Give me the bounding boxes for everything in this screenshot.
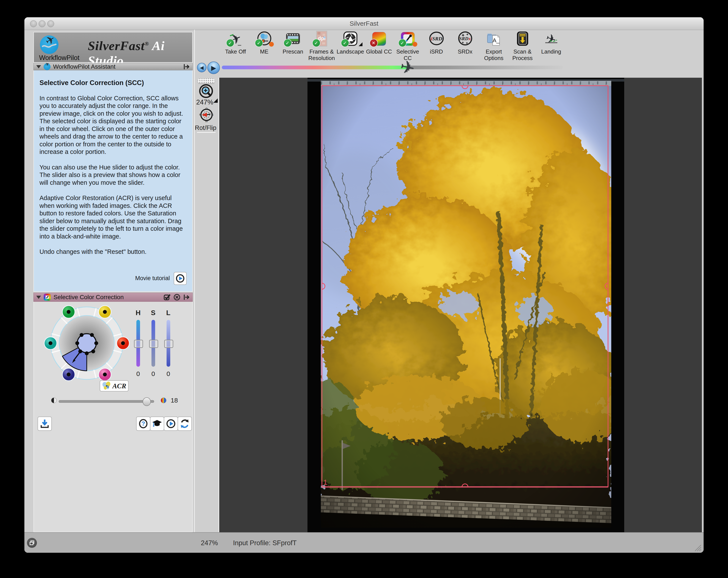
toolbar-item-srdx[interactable]: SRDx SRDx <box>451 30 479 61</box>
workflow-forward-button[interactable]: ▶ <box>207 61 220 74</box>
status-bar: 247% Input Profile: SFprofT <box>24 532 704 553</box>
rotate-flip-compass-icon[interactable]: O S W N <box>198 107 215 123</box>
status-check-badge: ✓ <box>255 39 263 47</box>
wheel-knob-teal[interactable] <box>44 337 57 349</box>
detach-panel-icon[interactable] <box>183 294 190 301</box>
movie-tutorial-play-button[interactable] <box>174 272 187 285</box>
toolbar-item-export-options[interactable]: A_ Export Options <box>479 30 508 61</box>
graduation-cap-icon <box>152 419 162 429</box>
color-wheel[interactable] <box>44 300 130 386</box>
toolbar-item-isrd[interactable]: iSRD iSRD <box>422 30 451 61</box>
tutorial-button[interactable] <box>150 417 164 431</box>
workflowpilot-label: WorkflowPilot <box>39 54 79 62</box>
scanned-film-preview[interactable]: 1 <box>308 78 624 532</box>
luminance-slider-handle[interactable] <box>164 340 173 348</box>
workflow-back-button[interactable]: ◀ <box>197 63 207 72</box>
assistant-panel-title: WorkflowPilot Assistant <box>53 63 180 70</box>
play-icon <box>166 419 176 429</box>
preview-area[interactable]: 1 <box>219 78 702 532</box>
status-check-badge: ✓ <box>226 39 234 47</box>
acr-saturation-row: 18 <box>34 396 192 406</box>
color-icon <box>161 398 166 403</box>
detach-panel-icon[interactable] <box>183 63 190 70</box>
photo-autumn-tree <box>308 86 624 528</box>
luminance-slider[interactable]: L 0 <box>159 309 178 377</box>
assistant-heading: Selective Color Correction (SCC) <box>40 79 187 87</box>
toolbar-item-global-cc[interactable]: ✕ Global CC <box>365 30 393 61</box>
status-check-badge: ✓ <box>284 39 292 47</box>
frames-stack-icon[interactable] <box>27 538 37 548</box>
workflowpilot-logo-icon: ✈ <box>40 35 58 54</box>
grayscale-icon <box>51 398 57 403</box>
svg-text:S: S <box>212 113 214 116</box>
acr-saturation-handle[interactable] <box>142 397 151 406</box>
wheel-knob-yellow[interactable] <box>99 306 111 318</box>
wheel-knob-magenta[interactable] <box>99 368 111 381</box>
acr-button[interactable]: ACR <box>100 380 129 392</box>
saturation-slider-handle[interactable] <box>149 340 158 348</box>
play-icon <box>176 274 185 283</box>
rotflip-label[interactable]: Rot/Flip <box>195 124 216 131</box>
toolbar-item-me[interactable]: ✓ ME <box>250 30 279 61</box>
assistant-panel-header[interactable]: ✈ WorkflowPilot Assistant <box>33 63 193 70</box>
assistant-paragraph: You can also use the Hue slider to adjus… <box>40 164 187 187</box>
brand-panel: ✈ SilverFast® Ai Studio WorkflowPilot <box>33 32 193 62</box>
wheel-knob-red[interactable] <box>117 337 129 349</box>
strip-divider <box>197 132 215 133</box>
export-folder-icon: A_ <box>485 30 502 48</box>
movie-button[interactable] <box>164 417 178 431</box>
zoom-level-label[interactable]: 247% <box>195 98 215 106</box>
wheel-knob-indigo[interactable] <box>62 368 75 381</box>
svg-text:A_: A_ <box>493 37 499 44</box>
svg-text:iSRD: iSRD <box>431 36 442 42</box>
workflow-toolbar: ✈ ✓ Take Off ✓ ME <box>221 30 566 61</box>
hue-slider-handle[interactable] <box>134 340 143 348</box>
toolbar-item-landscape[interactable]: ✓ Landscape <box>336 30 365 61</box>
status-input-profile: Input Profile: SFprofT <box>233 533 297 553</box>
toolbar-item-takeoff[interactable]: ✈ ✓ Take Off <box>221 30 250 61</box>
acr-saturation-value: 18 <box>171 397 178 404</box>
workflowpilot-mini-icon: ✈ <box>44 63 51 70</box>
luminance-value: 0 <box>159 370 178 377</box>
toolbar-item-landing[interactable]: ✈ Landing <box>537 30 566 61</box>
wheel-knob-green[interactable] <box>62 306 75 318</box>
import-down-icon <box>40 419 49 429</box>
zoom-tool-icon[interactable] <box>199 84 214 99</box>
collapse-triangle-icon[interactable] <box>36 65 41 69</box>
isrd-icon: iSRD <box>428 30 445 48</box>
status-check-badge: ✓ <box>398 39 407 47</box>
cancel-circle-icon[interactable] <box>174 294 180 301</box>
scc-panel-body: H 0 S 0 L 0 ACR <box>33 302 193 532</box>
window-title: SilverFast <box>24 17 704 30</box>
reset-button[interactable] <box>178 417 192 431</box>
collapse-triangle-icon[interactable] <box>36 296 41 299</box>
assistant-panel-body: Selective Color Correction (SCC) In cont… <box>33 70 193 292</box>
resize-grip[interactable] <box>693 543 702 552</box>
svg-text:SRDx: SRDx <box>459 36 471 41</box>
scc-panel-title: Selective Color Correction <box>53 294 161 301</box>
status-check-badge: ✓ <box>312 39 320 47</box>
status-zoom-level: 247% <box>188 533 218 553</box>
toolbar-item-prescan[interactable]: ✓ Prescan <box>279 30 307 61</box>
question-icon: ? <box>138 419 148 429</box>
apply-checkbox-icon[interactable] <box>163 294 171 301</box>
toolbar-item-scan-process[interactable]: Scan & Process <box>508 30 537 61</box>
assistant-paragraph: In contrast to Global Color Correction, … <box>40 95 187 156</box>
scan-process-icon <box>514 30 531 48</box>
toolbar-item-frames-resolution[interactable]: dpi ✓ Frames & Resolution <box>307 30 336 61</box>
toolbar-item-selective-cc[interactable]: ✓ Selective CC <box>393 30 422 61</box>
assistant-paragraph: Undo changes with the "Reset" button. <box>40 248 187 256</box>
workflow-progress-bar[interactable] <box>222 66 563 69</box>
acr-saturation-slider[interactable] <box>59 400 154 403</box>
acr-label: ACR <box>112 382 126 390</box>
reset-refresh-icon <box>180 419 190 429</box>
more-options-corner-icon[interactable] <box>359 42 363 46</box>
svg-text:N: N <box>199 113 201 116</box>
help-button[interactable]: ? <box>136 417 150 431</box>
title-bar: SilverFast <box>24 17 704 30</box>
status-dot-badge <box>413 42 417 47</box>
strip-gripper-handle[interactable] <box>198 79 215 83</box>
zoom-dropdown-corner-icon[interactable] <box>213 98 218 103</box>
assistant-paragraph: Adaptive Color Restoration (ACR) is very… <box>40 194 187 240</box>
save-settings-button[interactable] <box>37 417 52 431</box>
